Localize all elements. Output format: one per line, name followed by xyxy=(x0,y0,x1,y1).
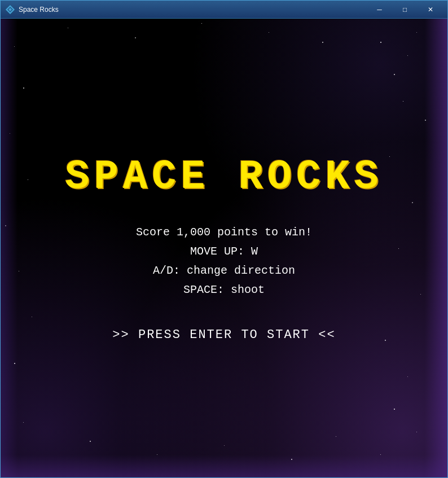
window-title: Space Rocks xyxy=(19,6,367,14)
app-window: Space Rocks ─ □ ✕ xyxy=(0,0,448,478)
titlebar: Space Rocks ─ □ ✕ xyxy=(1,1,447,19)
direction-instruction: A/D: change direction xyxy=(136,261,312,280)
game-area: SPACE ROCKS Score 1,000 points to win! M… xyxy=(1,19,447,477)
score-instruction: Score 1,000 points to win! xyxy=(136,223,312,242)
minimize-button[interactable]: ─ xyxy=(367,1,392,19)
app-icon xyxy=(5,5,15,15)
maximize-button[interactable]: □ xyxy=(392,1,418,19)
close-button[interactable]: ✕ xyxy=(418,1,443,19)
move-instruction: MOVE UP: W xyxy=(136,242,312,261)
game-content: SPACE ROCKS Score 1,000 points to win! M… xyxy=(1,19,447,477)
window-controls: ─ □ ✕ xyxy=(367,1,443,19)
game-title: SPACE ROCKS xyxy=(65,154,383,200)
press-enter-prompt[interactable]: >> PRESS ENTER TO START << xyxy=(112,328,335,342)
instructions-block: Score 1,000 points to win! MOVE UP: W A/… xyxy=(136,223,312,300)
shoot-instruction: SPACE: shoot xyxy=(136,280,312,300)
